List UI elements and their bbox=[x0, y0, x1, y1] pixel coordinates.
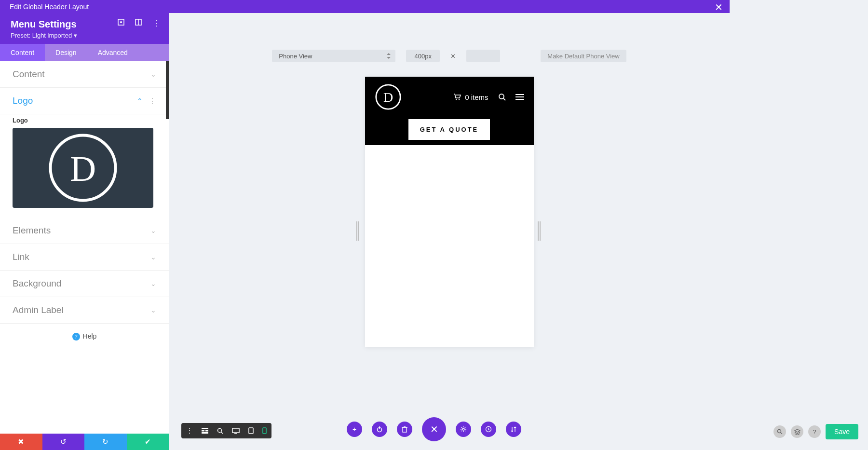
panel-body: Content ⌄ Logo ⌃ ⋮ Logo D Elements ⌄ Lin… bbox=[0, 61, 169, 434]
section-content[interactable]: Content ⌄ bbox=[0, 61, 169, 88]
phone-icon[interactable] bbox=[262, 427, 267, 434]
chevron-down-icon: ⌄ bbox=[150, 280, 156, 287]
viewbar: Phone View 400px ✕ Make Default Phone Vi… bbox=[169, 13, 730, 72]
chevron-down-icon: ⌄ bbox=[150, 253, 156, 261]
sidebar: Menu Settings Preset: Light imported ▾ ⋮… bbox=[0, 13, 169, 450]
svg-point-19 bbox=[218, 428, 222, 432]
section-admin-label[interactable]: Admin Label ⌄ bbox=[0, 297, 169, 324]
redo-button[interactable]: ↻ bbox=[84, 434, 127, 450]
tablet-icon[interactable] bbox=[248, 427, 254, 434]
close-panel-button[interactable]: ✕ bbox=[422, 417, 446, 441]
svg-point-32 bbox=[778, 430, 781, 433]
layers-button[interactable] bbox=[791, 425, 803, 438]
wireframe-icon[interactable] bbox=[202, 428, 208, 434]
sidebar-footer: ✖ ↺ ↻ ✔ bbox=[0, 434, 169, 450]
sidebar-header: Menu Settings Preset: Light imported ▾ ⋮ bbox=[0, 13, 169, 44]
help-icon: ? bbox=[72, 333, 80, 341]
tab-content[interactable]: Content bbox=[0, 44, 45, 61]
svg-rect-23 bbox=[249, 428, 253, 434]
svg-point-1 bbox=[120, 21, 122, 23]
svg-rect-16 bbox=[202, 430, 204, 432]
svg-rect-21 bbox=[232, 428, 239, 433]
svg-point-8 bbox=[456, 99, 457, 100]
chevron-down-icon: ⌄ bbox=[150, 227, 156, 234]
svg-rect-17 bbox=[205, 430, 208, 432]
svg-point-10 bbox=[499, 94, 504, 99]
save-button[interactable]: Save bbox=[826, 424, 858, 439]
viewport-icon[interactable] bbox=[118, 19, 124, 28]
close-icon[interactable]: ✕ bbox=[715, 1, 723, 13]
main-area: Phone View 400px ✕ Make Default Phone Vi… bbox=[169, 13, 730, 450]
hamburger-icon[interactable] bbox=[515, 94, 524, 100]
svg-text:D: D bbox=[70, 149, 96, 189]
tab-advanced[interactable]: Advanced bbox=[87, 44, 138, 61]
tabs: Content Design Advanced bbox=[0, 44, 169, 61]
section-elements[interactable]: Elements ⌄ bbox=[0, 218, 169, 244]
chevron-up-icon: ⌃ bbox=[137, 97, 143, 105]
undo-button[interactable]: ↺ bbox=[42, 434, 85, 450]
cancel-button[interactable]: ✖ bbox=[0, 434, 42, 450]
svg-rect-24 bbox=[263, 428, 266, 434]
preset-dropdown[interactable]: Preset: Light imported ▾ bbox=[11, 32, 158, 39]
preview-header: D 0 items GET A QUOTE bbox=[365, 77, 534, 145]
toolbar-left: ⋮ bbox=[181, 423, 271, 438]
svg-rect-15 bbox=[202, 428, 208, 429]
sort-button[interactable] bbox=[506, 422, 521, 437]
svg-line-11 bbox=[503, 98, 505, 100]
phone-preview: D 0 items GET A QUOTE bbox=[365, 77, 534, 347]
dimension-x: ✕ bbox=[450, 53, 456, 60]
zoom-icon[interactable] bbox=[217, 428, 223, 434]
svg-rect-27 bbox=[403, 427, 407, 432]
columns-icon[interactable] bbox=[135, 19, 142, 28]
svg-line-33 bbox=[781, 433, 782, 434]
chevron-down-icon: ⌄ bbox=[150, 306, 156, 314]
desktop-icon[interactable] bbox=[232, 428, 240, 434]
preview-logo[interactable]: D bbox=[375, 83, 402, 110]
svg-text:D: D bbox=[383, 90, 393, 105]
history-button[interactable] bbox=[481, 422, 496, 437]
more-icon[interactable]: ⋮ bbox=[149, 96, 156, 106]
logo-preview[interactable]: D bbox=[13, 128, 153, 208]
svg-point-30 bbox=[462, 428, 464, 430]
add-button[interactable]: + bbox=[347, 422, 362, 437]
svg-rect-18 bbox=[202, 432, 208, 434]
width-input[interactable]: 400px bbox=[406, 50, 440, 62]
chevron-down-icon: ⌄ bbox=[150, 70, 156, 78]
topbar-title: Edit Global Header Layout bbox=[10, 3, 89, 11]
toolbar-right: ? Save bbox=[773, 424, 858, 439]
make-default-button[interactable]: Make Default Phone View bbox=[541, 50, 626, 62]
confirm-button[interactable]: ✔ bbox=[127, 434, 169, 450]
trash-button[interactable] bbox=[397, 422, 412, 437]
view-select[interactable]: Phone View bbox=[272, 50, 395, 62]
search-icon[interactable] bbox=[498, 93, 506, 101]
help-link[interactable]: ?Help bbox=[0, 324, 169, 354]
height-input[interactable] bbox=[466, 50, 500, 62]
cart-link[interactable]: 0 items bbox=[453, 93, 488, 101]
help-button[interactable]: ? bbox=[808, 425, 821, 438]
tab-design[interactable]: Design bbox=[45, 44, 87, 61]
quote-button[interactable]: GET A QUOTE bbox=[408, 119, 490, 140]
more-icon[interactable]: ⋮ bbox=[186, 427, 193, 435]
resize-handle-left[interactable] bbox=[356, 221, 361, 241]
svg-point-9 bbox=[459, 99, 460, 100]
more-icon[interactable]: ⋮ bbox=[152, 19, 160, 28]
logo-body: Logo D bbox=[0, 114, 169, 218]
svg-line-20 bbox=[221, 432, 223, 434]
section-link[interactable]: Link ⌄ bbox=[0, 244, 169, 271]
section-background[interactable]: Background ⌄ bbox=[0, 271, 169, 297]
logo-label: Logo bbox=[13, 117, 156, 124]
find-button[interactable] bbox=[773, 425, 786, 438]
toolbar-center: + ✕ bbox=[347, 417, 521, 441]
power-button[interactable] bbox=[372, 422, 387, 437]
settings-button[interactable] bbox=[456, 422, 471, 437]
resize-handle-right[interactable] bbox=[538, 221, 542, 241]
section-logo[interactable]: Logo ⌃ ⋮ bbox=[0, 88, 169, 114]
topbar: Edit Global Header Layout ✕ bbox=[0, 0, 730, 13]
